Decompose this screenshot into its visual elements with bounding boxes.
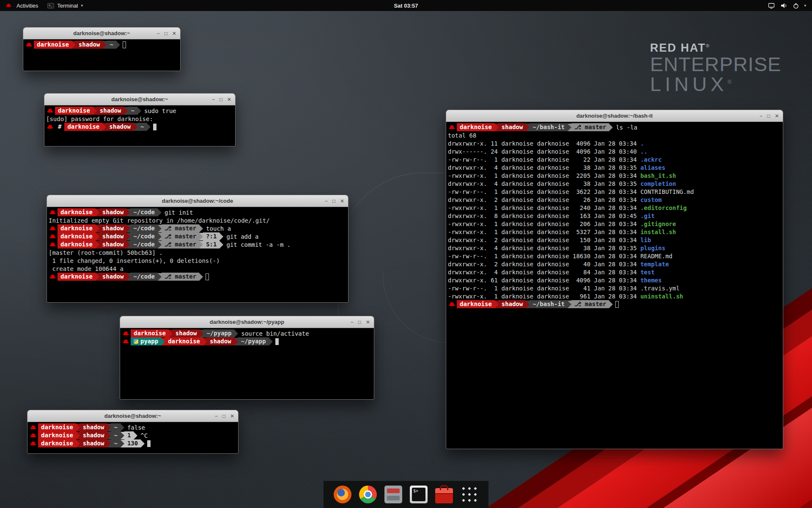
maximize-button[interactable]: □: [767, 113, 770, 119]
window-titlebar[interactable]: darknoise@shadow:~ − □ ✕: [23, 28, 180, 39]
prompt-venv-segment: pyapp: [131, 337, 161, 345]
powerline-separator: [124, 107, 128, 115]
terminal-window: darknoise@shadow:~ − □ ✕ darknoiseshadow…: [23, 27, 181, 71]
chrome-icon[interactable]: [359, 486, 377, 503]
close-button[interactable]: ✕: [775, 113, 779, 119]
command-text: git commit -a -m .: [223, 241, 291, 248]
powerline-separator: [116, 41, 120, 49]
powerline-separator: [568, 124, 571, 131]
prompt-path-segment: ~: [111, 423, 120, 431]
prompt-user-segment: darknoise: [457, 123, 495, 131]
file-name: .gitignore: [640, 221, 676, 227]
system-status-area[interactable]: ▾: [765, 0, 809, 11]
maximize-button[interactable]: □: [222, 414, 225, 419]
minimize-button[interactable]: −: [157, 31, 160, 36]
output-text: total 68: [448, 132, 476, 139]
close-button[interactable]: ✕: [172, 31, 176, 36]
window-titlebar[interactable]: darknoise@shadow:~/pyapp − □ ✕: [120, 316, 374, 328]
terminal-line: drwxrwxr-x. 61 darknoise darknoise 4096 …: [448, 276, 781, 284]
prompt-host-segment: shadow: [80, 423, 107, 431]
output-text: Initialized empty Git repository in /hom…: [49, 217, 270, 224]
minimize-button[interactable]: −: [215, 414, 218, 419]
powerline-separator: [158, 225, 162, 232]
close-button[interactable]: ✕: [227, 97, 231, 102]
redhat-icon: [30, 433, 36, 438]
terminal-line: darknoiseshadow~/pyappsource bin/activat…: [122, 329, 372, 337]
terminal-line: -rw-rw-r--. 1 darknoise darknoise 3622 J…: [448, 188, 781, 196]
ls-row-text: drwxrwxr-x. 2 darknoise darknoise 150 Ja…: [448, 237, 640, 243]
powerline-separator: [134, 432, 137, 439]
ls-row-text: drwxrwxr-x. 4 darknoise darknoise 38 Jan…: [448, 245, 640, 251]
powerline-separator: [234, 330, 238, 337]
prompt-path-segment: ~/bash-it: [529, 300, 568, 308]
files-icon[interactable]: [384, 486, 402, 503]
terminal-line: darknoiseshadow~/bash-it⎇ masterls -la: [448, 123, 781, 131]
redhat-icon: [30, 441, 36, 446]
app-menu[interactable]: >_ Terminal ▾: [43, 0, 88, 11]
terminal-icon-glyph: $>: [412, 488, 425, 501]
powerline-separator: [96, 233, 99, 240]
prompt-path-segment: ~/code: [130, 273, 158, 281]
ls-row-text: drwxrwxr-x. 4 darknoise darknoise 38 Jan…: [448, 164, 640, 171]
terminal-content[interactable]: darknoiseshadow~falsedarknoiseshadow~1^C…: [27, 422, 238, 449]
redhat-icon: [49, 242, 56, 247]
clock[interactable]: Sat 03:57: [394, 3, 418, 9]
maximize-button[interactable]: □: [332, 199, 335, 204]
powerline-separator: [269, 338, 273, 345]
maximize-button[interactable]: □: [358, 320, 361, 325]
terminal-line: darknoiseshadow~/code⎇ master: [49, 273, 346, 281]
close-button[interactable]: ✕: [366, 320, 370, 325]
powerline-separator: [219, 233, 223, 240]
ls-row-text: -rw-rw-r--. 1 darknoise darknoise 22 Jan…: [448, 156, 640, 163]
prompt-git-status-segment: ?:1: [203, 232, 219, 240]
ls-row-text: drwxrwxr-x. 61 darknoise darknoise 4096 …: [448, 277, 640, 284]
prompt-exitcode-segment: 1: [124, 431, 134, 439]
redhat-icon: [49, 274, 56, 279]
toolbox-icon[interactable]: [435, 488, 453, 503]
terminal-line: darknoiseshadow~: [25, 41, 178, 49]
terminal-line: -rw-rw-r--. 1 darknoise darknoise 41 Jan…: [448, 284, 781, 292]
powerline-separator: [158, 233, 162, 240]
file-name: .: [640, 140, 644, 147]
ls-row-text: -rwxrwxr-x. 1 darknoise darknoise 961 Ja…: [448, 293, 640, 300]
window-title: darknoise@shadow:~: [44, 96, 235, 102]
prompt-host-segment: shadow: [99, 224, 127, 232]
maximize-button[interactable]: □: [165, 31, 167, 36]
file-name: aliases: [640, 164, 665, 171]
activities-button[interactable]: Activities: [0, 0, 43, 11]
powerline-separator: [107, 424, 111, 431]
terminal-line: #darknoiseshadow~: [46, 123, 233, 131]
terminal-content[interactable]: darknoiseshadow~/codegit initInitialized…: [47, 207, 348, 282]
powerline-separator: [141, 440, 145, 447]
terminal-content[interactable]: darknoiseshadow~: [23, 39, 180, 50]
app-grid-icon[interactable]: [461, 486, 478, 503]
command-text: git init: [162, 209, 193, 216]
dock: $>: [324, 481, 488, 508]
close-button[interactable]: ✕: [340, 199, 344, 204]
maximize-button[interactable]: □: [219, 97, 222, 102]
window-titlebar[interactable]: darknoise@shadow:~ − □ ✕: [44, 94, 235, 105]
firefox-icon[interactable]: [334, 486, 351, 503]
window-titlebar[interactable]: darknoise@shadow:~/bash-it − □ ✕: [446, 110, 783, 122]
window-titlebar[interactable]: darknoise@shadow:~/code − □ ✕: [47, 195, 348, 207]
terminal-content[interactable]: darknoiseshadow~/pyappsource bin/activat…: [120, 328, 374, 347]
terminal-cursor: [153, 124, 156, 130]
prompt-path-segment: ~/pyapp: [203, 329, 234, 337]
powerline-separator: [234, 338, 238, 345]
minimize-button[interactable]: −: [760, 113, 763, 119]
terminal-content[interactable]: darknoiseshadow~sudo true[sudo] password…: [44, 105, 235, 132]
prompt-host-segment: shadow: [106, 123, 134, 131]
powerline-separator: [161, 338, 165, 345]
close-button[interactable]: ✕: [230, 414, 234, 419]
minimize-button[interactable]: −: [212, 97, 215, 102]
prompt-path-segment: ~: [111, 439, 120, 447]
minimize-button[interactable]: −: [325, 199, 328, 204]
prompt-user-segment: darknoise: [131, 329, 169, 337]
powerline-separator: [158, 209, 162, 216]
minimize-button[interactable]: −: [351, 320, 354, 325]
terminal-icon[interactable]: $>: [410, 486, 428, 503]
terminal-content[interactable]: darknoiseshadow~/bash-it⎇ masterls -lato…: [446, 122, 783, 309]
power-icon: [793, 3, 799, 9]
window-titlebar[interactable]: darknoise@shadow:~ − □ ✕: [27, 410, 238, 422]
chevron-down-icon: ▾: [81, 3, 83, 8]
